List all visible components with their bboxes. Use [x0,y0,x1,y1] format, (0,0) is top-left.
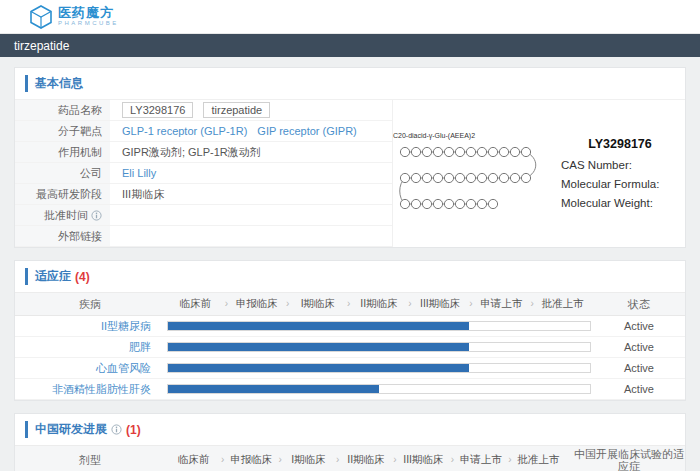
disease-link-t2d[interactable]: II型糖尿病 [101,320,151,332]
indication-row: 非酒精性脂肪性肝炎 Active [15,379,685,400]
phase-header-nda: 申请上市 [471,295,532,313]
drug-title-bar: tirzepatide [0,34,700,57]
progress-track [167,363,591,373]
indication-row: 肥胖 Active [15,337,685,358]
info-icon[interactable] [91,210,102,221]
value-mechanism: GIPR激动剂; GLP-1R激动剂 [110,142,392,162]
phase-header-phase2: II期临床 [348,295,409,313]
cube-logo-icon [30,5,52,29]
logo-text: 医药魔方 [58,6,119,20]
indication-row: 心血管风险 Active [15,358,685,379]
col-header-china-indication: 中国开展临床试验的适应症 [567,446,685,471]
label-mechanism: 作用机制 [15,142,110,162]
top-navbar: 医药魔方 PHARMCUBE [0,0,700,34]
disease-cell: II型糖尿病 [15,319,165,334]
cas-number-label: CAS Number: [561,156,679,175]
phase-header-ind: 申报临床 [222,451,279,469]
value-external-links [110,226,392,246]
label-stage: 最高研发阶段 [15,184,110,204]
progress-bar [168,364,469,372]
target-link-glp1r[interactable]: GLP-1 receptor (GLP-1R) [122,125,247,137]
progress-bar [168,343,469,351]
phase-header-phase3: III期临床 [410,295,471,313]
indications-header: 适应症(4) [15,261,685,292]
china-rd-title-wrap: 中国研发进展 (1) [25,421,141,438]
label-external-links: 外部链接 [15,226,110,246]
phase-header-ind: 申报临床 [226,295,287,313]
molecule-text-block: LY3298176 CAS Number: Molecular Formula:… [561,135,679,213]
col-header-status: 状态 [593,293,685,315]
indications-title: 适应症 [35,268,71,285]
target-link-gipr[interactable]: GIP receptor (GIPR) [257,125,356,137]
pharmcube-logo[interactable]: 医药魔方 PHARMCUBE [30,5,119,29]
phase-header-approved: 批准上市 [510,451,567,469]
phase-header-preclinical: 临床前 [165,295,226,313]
progress-track [167,342,591,352]
progress-cell [165,321,593,331]
indications-title-wrap: 适应症(4) [25,268,90,285]
label-drug-name: 药品名称 [15,100,110,120]
disease-link-obesity[interactable]: 肥胖 [129,341,151,353]
progress-cell [165,384,593,394]
label-target: 分子靶点 [15,121,110,141]
disease-cell: 肥胖 [15,340,165,355]
indication-row: II型糖尿病 Active [15,316,685,337]
china-rd-card: 中国研发进展 (1) 剂型 临床前 申报临床 I期临床 II期临床 III期临床… [14,413,686,471]
value-target: GLP-1 receptor (GLP-1R) GIP receptor (GI… [110,121,392,141]
label-approval: 批准时间 [15,205,110,225]
disease-cell: 非酒精性脂肪性肝炎 [15,382,165,397]
value-drug-name: LY3298176 tirzepatide [110,100,392,120]
row-company: 公司 Eli Lilly [15,163,392,184]
indications-card: 适应症(4) 疾病 临床前 申报临床 I期临床 II期临床 III期临床 申请上… [14,260,686,401]
phase-header-phase1: I期临床 [280,451,337,469]
progress-cell [165,363,593,373]
disease-cell: 心血管风险 [15,361,165,376]
progress-cell [165,342,593,352]
phase-header-row: 临床前 申报临床 I期临床 II期临床 III期临床 申请上市 批准上市 [165,446,567,471]
col-header-dosage: 剂型 [15,446,165,471]
phase-header-phase2: II期临床 [337,451,394,469]
molecule-name: LY3298176 [561,135,679,154]
status-cell: Active [593,341,685,353]
disease-link-nash[interactable]: 非酒精性脂肪性肝炎 [52,383,151,395]
status-cell: Active [593,362,685,374]
drug-code-tag: LY3298176 [122,102,193,118]
molecular-weight-label: Molecular Weight: [561,194,679,213]
status-cell: Active [593,383,685,395]
basic-info-title-wrap: 基本信息 [25,75,83,92]
progress-bar [168,322,469,330]
info-icon[interactable] [111,424,122,435]
phase-header-preclinical: 临床前 [165,451,222,469]
value-approval [110,205,392,225]
china-rd-title: 中国研发进展 [35,421,107,438]
row-drug-name: 药品名称 LY3298176 tirzepatide [15,100,392,121]
row-external-links: 外部链接 [15,226,392,247]
company-link[interactable]: Eli Lilly [122,167,156,179]
drug-name-tag: tirzepatide [203,102,270,118]
indications-table-header: 疾病 临床前 申报临床 I期临床 II期临床 III期临床 申请上市 批准上市 … [15,292,685,316]
progress-track [167,321,591,331]
phase-header-phase1: I期临床 [287,295,348,313]
phase-header-row: 临床前 申报临床 I期临床 II期临床 III期临床 申请上市 批准上市 [165,293,593,315]
row-approval: 批准时间 [15,205,392,226]
basic-info-card: 基本信息 药品名称 LY3298176 tirzepatide 分子靶点 GLP… [14,67,686,248]
phase-header-approved: 批准上市 [532,295,593,313]
peptide-structure-diagram: C20-diacid-γ-Glu-(AEEA)2 [393,134,551,214]
china-rd-count: (1) [126,423,141,437]
logo-subtext: PHARMCUBE [58,20,119,27]
structure-annotation: C20-diacid-γ-Glu-(AEEA)2 [393,132,475,139]
status-cell: Active [593,320,685,332]
progress-track [167,384,591,394]
disease-link-cv-risk[interactable]: 心血管风险 [96,362,151,374]
molecule-panel: C20-diacid-γ-Glu-(AEEA)2 LY3298176 CAS N… [393,100,685,247]
approval-label-text: 批准时间 [44,208,88,223]
main-content: 基本信息 药品名称 LY3298176 tirzepatide 分子靶点 GLP… [0,57,700,471]
label-company: 公司 [15,163,110,183]
indications-count: (4) [75,270,90,284]
col-header-disease: 疾病 [15,293,165,315]
china-table-header: 剂型 临床前 申报临床 I期临床 II期临床 III期临床 申请上市 批准上市 … [15,445,685,471]
phase-header-phase3: III期临床 [395,451,452,469]
value-stage: III期临床 [110,184,392,204]
value-company: Eli Lilly [110,163,392,183]
basic-info-title: 基本信息 [35,75,83,92]
